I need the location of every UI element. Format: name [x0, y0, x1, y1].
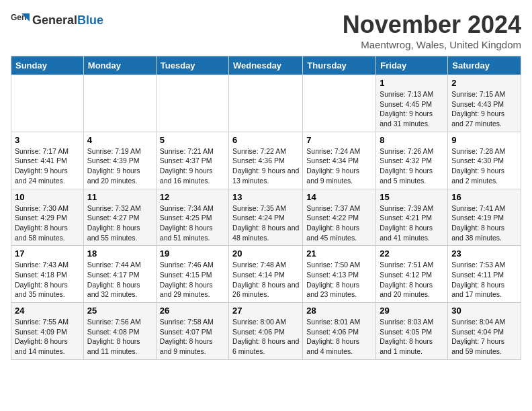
- day-number: 13: [232, 192, 299, 202]
- day-number: 4: [87, 135, 152, 145]
- calendar-cell: [303, 75, 376, 132]
- day-number: 16: [451, 192, 517, 202]
- weekday-header: Wednesday: [229, 56, 303, 75]
- logo: Gen GeneralBlue: [11, 11, 103, 30]
- logo-blue: Blue: [77, 13, 103, 27]
- day-info: Sunrise: 7:37 AM Sunset: 4:22 PM Dayligh…: [306, 203, 372, 243]
- day-number: 19: [160, 248, 225, 259]
- calendar-table: SundayMondayTuesdayWednesdayThursdayFrid…: [11, 56, 521, 360]
- weekday-header: Tuesday: [156, 56, 228, 75]
- day-number: 22: [380, 248, 444, 259]
- day-info: Sunrise: 7:55 AM Sunset: 4:09 PM Dayligh…: [15, 317, 80, 357]
- day-info: Sunrise: 7:26 AM Sunset: 4:32 PM Dayligh…: [380, 146, 444, 186]
- day-info: Sunrise: 7:41 AM Sunset: 4:19 PM Dayligh…: [451, 203, 517, 243]
- day-number: 15: [380, 192, 444, 202]
- day-number: 3: [15, 135, 80, 145]
- day-info: Sunrise: 7:46 AM Sunset: 4:15 PM Dayligh…: [160, 260, 225, 300]
- calendar-cell: 27Sunrise: 8:00 AM Sunset: 4:06 PM Dayli…: [229, 303, 303, 360]
- day-number: 12: [160, 192, 225, 202]
- day-info: Sunrise: 7:50 AM Sunset: 4:13 PM Dayligh…: [306, 260, 372, 300]
- calendar-cell: 16Sunrise: 7:41 AM Sunset: 4:19 PM Dayli…: [448, 189, 521, 246]
- calendar-cell: 10Sunrise: 7:30 AM Sunset: 4:29 PM Dayli…: [11, 189, 84, 246]
- calendar-cell: 5Sunrise: 7:21 AM Sunset: 4:37 PM Daylig…: [156, 132, 228, 189]
- header: Gen GeneralBlue November 2024 Maentwrog,…: [11, 11, 521, 50]
- calendar-cell: 13Sunrise: 7:35 AM Sunset: 4:24 PM Dayli…: [229, 189, 303, 246]
- day-info: Sunrise: 7:48 AM Sunset: 4:14 PM Dayligh…: [232, 260, 299, 300]
- location-subtitle: Maentwrog, Wales, United Kingdom: [343, 39, 521, 50]
- calendar-week-row: 10Sunrise: 7:30 AM Sunset: 4:29 PM Dayli…: [11, 189, 521, 246]
- day-info: Sunrise: 7:34 AM Sunset: 4:25 PM Dayligh…: [160, 203, 225, 243]
- day-number: 30: [451, 306, 517, 316]
- calendar-cell: 8Sunrise: 7:26 AM Sunset: 4:32 PM Daylig…: [376, 132, 448, 189]
- day-info: Sunrise: 7:53 AM Sunset: 4:11 PM Dayligh…: [451, 260, 517, 300]
- calendar-cell: 24Sunrise: 7:55 AM Sunset: 4:09 PM Dayli…: [11, 303, 84, 360]
- day-info: Sunrise: 7:30 AM Sunset: 4:29 PM Dayligh…: [15, 203, 80, 243]
- day-number: 20: [232, 248, 299, 259]
- calendar-cell: 29Sunrise: 8:03 AM Sunset: 4:05 PM Dayli…: [376, 303, 448, 360]
- calendar-cell: 1Sunrise: 7:13 AM Sunset: 4:45 PM Daylig…: [376, 75, 448, 132]
- calendar-week-row: 1Sunrise: 7:13 AM Sunset: 4:45 PM Daylig…: [11, 75, 521, 132]
- day-info: Sunrise: 7:35 AM Sunset: 4:24 PM Dayligh…: [232, 203, 299, 243]
- calendar-cell: [11, 75, 84, 132]
- calendar-cell: 6Sunrise: 7:22 AM Sunset: 4:36 PM Daylig…: [229, 132, 303, 189]
- calendar-cell: 17Sunrise: 7:43 AM Sunset: 4:18 PM Dayli…: [11, 246, 84, 303]
- day-number: 9: [451, 135, 517, 145]
- day-info: Sunrise: 7:43 AM Sunset: 4:18 PM Dayligh…: [15, 260, 80, 300]
- day-info: Sunrise: 8:01 AM Sunset: 4:06 PM Dayligh…: [306, 317, 372, 357]
- calendar-cell: 4Sunrise: 7:19 AM Sunset: 4:39 PM Daylig…: [83, 132, 156, 189]
- weekday-header: Monday: [83, 56, 156, 75]
- day-info: Sunrise: 8:00 AM Sunset: 4:06 PM Dayligh…: [232, 317, 299, 357]
- title-area: November 2024 Maentwrog, Wales, United K…: [343, 11, 521, 50]
- day-info: Sunrise: 7:28 AM Sunset: 4:30 PM Dayligh…: [451, 146, 517, 186]
- day-number: 10: [15, 192, 80, 202]
- day-info: Sunrise: 7:21 AM Sunset: 4:37 PM Dayligh…: [160, 146, 225, 186]
- calendar-cell: 2Sunrise: 7:15 AM Sunset: 4:43 PM Daylig…: [448, 75, 521, 132]
- calendar-cell: 12Sunrise: 7:34 AM Sunset: 4:25 PM Dayli…: [156, 189, 228, 246]
- day-info: Sunrise: 7:19 AM Sunset: 4:39 PM Dayligh…: [87, 146, 152, 186]
- month-title: November 2024: [343, 11, 521, 39]
- logo-general: General: [32, 13, 77, 27]
- day-number: 21: [306, 248, 372, 259]
- calendar-cell: 11Sunrise: 7:32 AM Sunset: 4:27 PM Dayli…: [83, 189, 156, 246]
- day-number: 17: [15, 248, 80, 259]
- calendar-cell: 7Sunrise: 7:24 AM Sunset: 4:34 PM Daylig…: [303, 132, 376, 189]
- day-info: Sunrise: 7:44 AM Sunset: 4:17 PM Dayligh…: [87, 260, 152, 300]
- weekday-header: Sunday: [11, 56, 84, 75]
- calendar-cell: 23Sunrise: 7:53 AM Sunset: 4:11 PM Dayli…: [448, 246, 521, 303]
- day-info: Sunrise: 7:24 AM Sunset: 4:34 PM Dayligh…: [306, 146, 372, 186]
- day-number: 1: [380, 78, 444, 88]
- day-number: 28: [306, 306, 372, 316]
- day-number: 11: [87, 192, 152, 202]
- day-info: Sunrise: 7:56 AM Sunset: 4:08 PM Dayligh…: [87, 317, 152, 357]
- calendar-cell: 30Sunrise: 8:04 AM Sunset: 4:04 PM Dayli…: [448, 303, 521, 360]
- weekday-header-row: SundayMondayTuesdayWednesdayThursdayFrid…: [11, 56, 521, 75]
- day-number: 7: [306, 135, 372, 145]
- calendar-cell: 3Sunrise: 7:17 AM Sunset: 4:41 PM Daylig…: [11, 132, 84, 189]
- calendar-week-row: 3Sunrise: 7:17 AM Sunset: 4:41 PM Daylig…: [11, 132, 521, 189]
- day-number: 26: [160, 306, 225, 316]
- day-info: Sunrise: 7:15 AM Sunset: 4:43 PM Dayligh…: [451, 89, 517, 129]
- day-info: Sunrise: 7:22 AM Sunset: 4:36 PM Dayligh…: [232, 146, 299, 186]
- calendar-cell: 28Sunrise: 8:01 AM Sunset: 4:06 PM Dayli…: [303, 303, 376, 360]
- calendar-cell: 26Sunrise: 7:58 AM Sunset: 4:07 PM Dayli…: [156, 303, 228, 360]
- calendar-cell: 20Sunrise: 7:48 AM Sunset: 4:14 PM Dayli…: [229, 246, 303, 303]
- day-number: 23: [451, 248, 517, 259]
- weekday-header: Thursday: [303, 56, 376, 75]
- calendar-cell: 9Sunrise: 7:28 AM Sunset: 4:30 PM Daylig…: [448, 132, 521, 189]
- calendar-week-row: 24Sunrise: 7:55 AM Sunset: 4:09 PM Dayli…: [11, 303, 521, 360]
- day-number: 27: [232, 306, 299, 316]
- calendar-cell: 25Sunrise: 7:56 AM Sunset: 4:08 PM Dayli…: [83, 303, 156, 360]
- calendar-week-row: 17Sunrise: 7:43 AM Sunset: 4:18 PM Dayli…: [11, 246, 521, 303]
- day-number: 29: [380, 306, 444, 316]
- calendar-cell: 21Sunrise: 7:50 AM Sunset: 4:13 PM Dayli…: [303, 246, 376, 303]
- day-info: Sunrise: 7:39 AM Sunset: 4:21 PM Dayligh…: [380, 203, 444, 243]
- calendar-cell: 15Sunrise: 7:39 AM Sunset: 4:21 PM Dayli…: [376, 189, 448, 246]
- calendar-cell: 19Sunrise: 7:46 AM Sunset: 4:15 PM Dayli…: [156, 246, 228, 303]
- calendar-cell: [229, 75, 303, 132]
- weekday-header: Saturday: [448, 56, 521, 75]
- day-number: 6: [232, 135, 299, 145]
- day-number: 2: [451, 78, 517, 88]
- calendar-cell: [156, 75, 228, 132]
- day-info: Sunrise: 8:03 AM Sunset: 4:05 PM Dayligh…: [380, 317, 444, 357]
- weekday-header: Friday: [376, 56, 448, 75]
